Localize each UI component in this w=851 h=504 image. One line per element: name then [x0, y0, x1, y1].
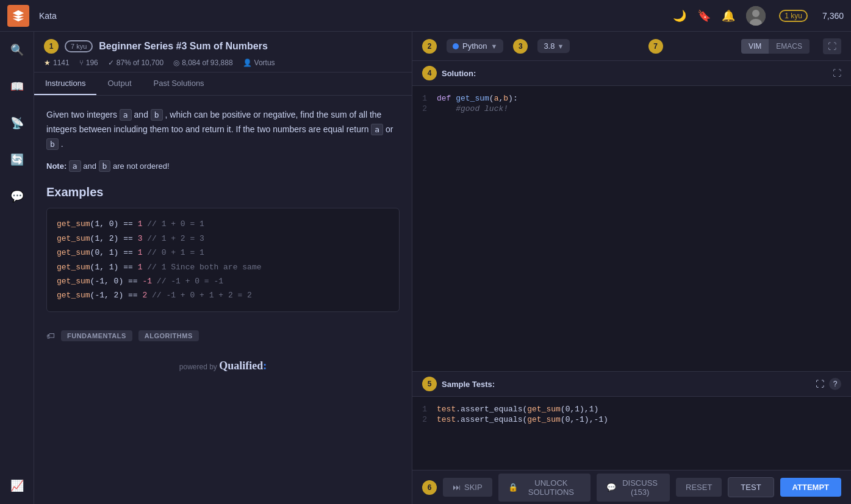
sample-icons: ⛶ ?	[816, 378, 841, 390]
example-4: get_sum(1, 1) == 1 // 1 Since both are s…	[57, 260, 389, 274]
sample-fullscreen-icon[interactable]: ⛶	[816, 379, 824, 389]
discuss-button[interactable]: 💬 DISCUSS (153)	[597, 474, 670, 502]
python-dot	[453, 43, 459, 49]
example-6: get_sum(-1, 2) == 2 // -1 + 0 + 1 + 2 = …	[57, 288, 389, 302]
example-2: get_sum(1, 2) == 3 // 1 + 2 = 3	[57, 232, 389, 246]
solution-header: 4 Solution: ⛶	[412, 61, 851, 86]
text-given: Given two integers	[46, 110, 120, 119]
sidebar-search-icon[interactable]: 🔍	[6, 39, 28, 61]
sidebar-share-icon[interactable]: 🔄	[6, 149, 28, 171]
sample-line-content-1: test.assert_equals(get_sum(0,1),1)	[437, 405, 598, 414]
reset-button[interactable]: RESET	[676, 478, 722, 497]
note-code-a: a	[69, 160, 81, 172]
vim-mode-button[interactable]: VIM	[741, 39, 769, 54]
circle-5: 5	[422, 377, 437, 391]
line-content-1: def get_sum(a,b):	[437, 94, 518, 103]
tag-algorithms[interactable]: ALGORITHMS	[138, 330, 199, 341]
instructions-paragraph: Given two integers a and b , which can b…	[46, 108, 400, 151]
solution-fullscreen-icon[interactable]: ⛶	[833, 68, 841, 78]
note-paragraph: Note: a and b are not ordered!	[46, 160, 400, 173]
code-line-2: 2 #good luck!	[412, 104, 851, 114]
sidebar-chart-icon[interactable]: 📈	[6, 475, 28, 497]
author: 👤 Vortus	[243, 59, 275, 67]
code-b2: b	[46, 138, 59, 150]
sample-line-1: 1 test.assert_equals(get_sum(0,1),1)	[412, 404, 851, 414]
fork-icon: ⑂	[79, 59, 84, 67]
code-a2: a	[371, 124, 383, 135]
circle-icon: ◎	[173, 59, 179, 67]
line-number-2: 2	[412, 104, 437, 113]
tab-past-solutions[interactable]: Past Solutions	[143, 73, 215, 95]
person-icon: 👤	[243, 59, 252, 67]
tags-row: 🏷 FUNDAMENTALS ALGORITHMS	[46, 324, 400, 347]
example-5: get_sum(-1, 0) == -1 // -1 + 0 = -1	[57, 274, 389, 288]
tag-icon: 🏷	[46, 331, 55, 341]
tab-output[interactable]: Output	[96, 73, 142, 95]
sample-line-number-1: 1	[412, 405, 437, 414]
kata-tabs: Instructions Output Past Solutions	[34, 73, 412, 96]
kata-header: 1 7 kyu Beginner Series #3 Sum of Number…	[34, 32, 412, 73]
version-selector[interactable]: 3.8 ▼	[537, 39, 570, 53]
sample-tests-header: 5 Sample Tests: ⛶ ?	[412, 371, 851, 397]
unlock-solutions-button[interactable]: 🔒 UNLOCK SOLUTIONS	[498, 474, 591, 502]
success-rate: ✓ 87% of 10,700	[108, 59, 163, 67]
sidebar-book-icon[interactable]: 📖	[6, 76, 28, 98]
sample-line-number-2: 2	[412, 415, 437, 424]
circle-6: 6	[422, 480, 437, 495]
code-line-1: 1 def get_sum(a,b):	[412, 93, 851, 104]
circle-1: 1	[44, 39, 59, 54]
note-label: Note:	[46, 161, 66, 171]
avatar[interactable]	[746, 6, 766, 26]
lock-icon: 🔒	[508, 483, 518, 492]
kata-meta: ★ 1141 ⑂ 196 ✓ 87% of 10,700 ◎ 8,084 of …	[44, 59, 402, 67]
tab-instructions[interactable]: Instructions	[34, 73, 96, 95]
attempt-button[interactable]: ATTEMPT	[780, 478, 841, 497]
sample-line-content-2: test.assert_equals(get_sum(0,-1),-1)	[437, 415, 608, 424]
kata-label: Kata	[39, 11, 57, 21]
sample-tests-editor[interactable]: 1 test.assert_equals(get_sum(0,1),1) 2 t…	[412, 397, 851, 470]
circle-7: 7	[648, 39, 663, 54]
sidebar-chat-icon[interactable]: 💬	[6, 185, 28, 207]
emacs-mode-button[interactable]: EMACS	[769, 39, 810, 54]
version-chevron-icon: ▼	[557, 43, 564, 50]
main-layout: 🔍 📖 📡 🔄 💬 📈 1 7 kyu Beginner Series #3 S…	[0, 32, 851, 504]
test-button[interactable]: TEST	[728, 477, 774, 497]
code-a: a	[120, 109, 132, 121]
instructions-content: Given two integers a and b , which can b…	[34, 96, 412, 504]
bottom-bar: 6 ⏭ SKIP 🔒 UNLOCK SOLUTIONS 💬 DISCUSS (1…	[412, 470, 851, 504]
topbar-icons: 🌙 🔖 🔔 1 kyu 7,360	[673, 6, 844, 26]
sample-line-2: 2 test.assert_equals(get_sum(0,-1),-1)	[412, 414, 851, 425]
moon-icon[interactable]: 🌙	[673, 9, 686, 23]
note-code-b: b	[99, 160, 111, 172]
solution-label: Solution:	[442, 69, 476, 78]
solution-editor[interactable]: 1 def get_sum(a,b): 2 #good luck!	[412, 86, 851, 371]
sidebar-feed-icon[interactable]: 📡	[6, 112, 28, 134]
sample-help-icon[interactable]: ?	[829, 378, 841, 390]
sidebar: 🔍 📖 📡 🔄 💬 📈	[0, 32, 34, 504]
bookmark-icon[interactable]: 🔖	[697, 9, 711, 23]
topbar: Kata 🌙 🔖 🔔 1 kyu 7,360	[0, 0, 851, 32]
line-content-2: #good luck!	[437, 104, 508, 113]
skip-button[interactable]: ⏭ SKIP	[443, 478, 492, 497]
star-icon: ★	[44, 59, 51, 67]
kata-title: Beginner Series #3 Sum of Numbers	[99, 41, 268, 52]
code-examples: get_sum(1, 0) == 1 // 1 + 0 = 1 get_sum(…	[46, 208, 400, 311]
lang-chevron-icon: ▼	[490, 43, 497, 50]
svg-point-1	[752, 10, 759, 17]
editor-mode-buttons: VIM EMACS	[741, 39, 810, 54]
logo[interactable]	[7, 5, 29, 27]
example-1: get_sum(1, 0) == 1 // 1 + 0 = 1	[57, 217, 389, 231]
examples-heading: Examples	[46, 185, 400, 199]
powered-by: powered by Qualified:	[46, 347, 400, 385]
discuss-icon: 💬	[606, 483, 616, 492]
user-score: 7,360	[822, 11, 844, 21]
fullscreen-button[interactable]: ⛶	[823, 38, 841, 54]
tag-fundamentals[interactable]: FUNDAMENTALS	[61, 330, 132, 341]
right-panel: 2 Python ▼ 3 3.8 ▼ 7 VIM EMACS ⛶	[412, 32, 851, 504]
version-label: 3.8	[544, 41, 555, 51]
right-topbar: 2 Python ▼ 3 3.8 ▼ 7 VIM EMACS ⛶	[412, 32, 851, 61]
language-selector[interactable]: Python ▼	[447, 39, 503, 53]
bell-icon[interactable]: 🔔	[722, 9, 735, 23]
check-icon: ✓	[108, 59, 114, 67]
line-number-1: 1	[412, 94, 437, 103]
